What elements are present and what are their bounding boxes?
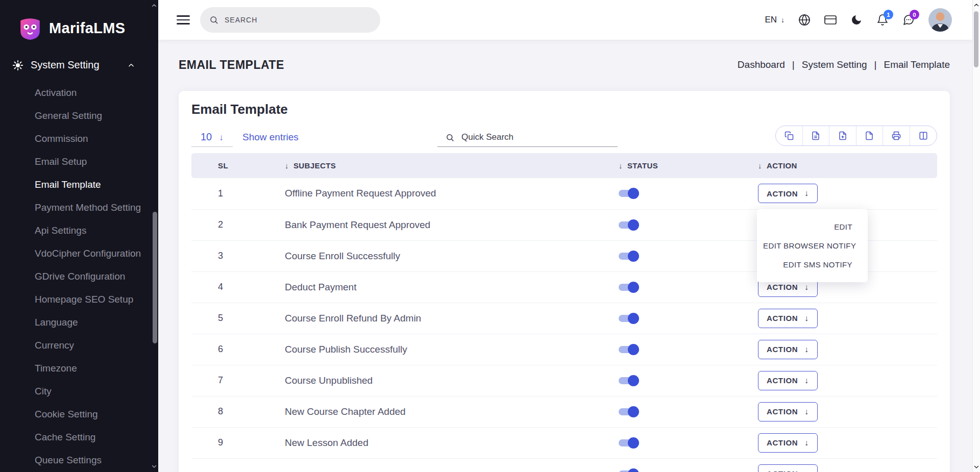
status-toggle[interactable] bbox=[619, 219, 639, 231]
column-header-status[interactable]: STATUS bbox=[616, 153, 755, 178]
action-button[interactable]: ACTION bbox=[758, 184, 818, 203]
sort-down-icon bbox=[619, 161, 627, 170]
notifications-button[interactable]: 1 bbox=[876, 14, 889, 26]
status-toggle[interactable] bbox=[619, 282, 639, 293]
status-toggle[interactable] bbox=[619, 313, 639, 324]
arrow-down-icon bbox=[804, 314, 809, 323]
excel-icon bbox=[811, 131, 820, 140]
sidebar-item-activation[interactable]: Activation bbox=[0, 81, 158, 104]
sidebar-item-cookie-setting[interactable]: Cookie Setting bbox=[0, 403, 158, 426]
breadcrumb-system-setting[interactable]: System Setting bbox=[802, 59, 867, 70]
status-toggle[interactable] bbox=[619, 468, 639, 472]
table-controls: 10 Show entries bbox=[191, 123, 937, 147]
table-row: 6Course Publish SuccessfullyACTION bbox=[191, 334, 937, 365]
brand-logo[interactable]: MarifaLMS bbox=[0, 0, 158, 52]
action-button[interactable]: ACTION bbox=[758, 371, 818, 390]
dark-mode-toggle[interactable] bbox=[850, 14, 863, 26]
sidebar-item-queue-settings[interactable]: Queue Settings bbox=[0, 449, 158, 471]
action-button[interactable]: ACTION bbox=[758, 309, 818, 328]
status-toggle[interactable] bbox=[619, 437, 639, 449]
page-scrollbar-thumb[interactable] bbox=[974, 11, 978, 67]
action-button-label: ACTION bbox=[767, 469, 798, 472]
sidebar-submenu: ActivationGeneral SettingCommissionEmail… bbox=[0, 81, 158, 471]
dropdown-item-edit-browser-notify[interactable]: EDIT BROWSER NOTIFY bbox=[757, 236, 868, 255]
sidebar-item-language[interactable]: Language bbox=[0, 311, 158, 334]
sidebar-item-vdocipher-configuration[interactable]: VdoCipher Configuration bbox=[0, 242, 158, 265]
excel-export-button[interactable] bbox=[803, 126, 830, 145]
global-search[interactable] bbox=[200, 7, 380, 33]
sidebar-item-payment-method-setting[interactable]: Payment Method Setting bbox=[0, 196, 158, 219]
cell-sl: 5 bbox=[191, 303, 282, 334]
sidebar-item-commission[interactable]: Commission bbox=[0, 127, 158, 150]
csv-export-button[interactable] bbox=[829, 126, 856, 145]
status-toggle[interactable] bbox=[619, 375, 639, 386]
menu-toggle-button[interactable] bbox=[177, 15, 190, 24]
scroll-down-icon[interactable] bbox=[973, 464, 979, 470]
sidebar-item-gdrive-configuration[interactable]: GDrive Configuration bbox=[0, 265, 158, 288]
cell-status bbox=[616, 365, 755, 396]
cell-status bbox=[616, 427, 755, 458]
sidebar-item-currency[interactable]: Currency bbox=[0, 334, 158, 357]
sidebar-scrollbar-thumb[interactable] bbox=[153, 212, 157, 343]
copy-icon bbox=[785, 131, 794, 140]
email-template-table-wrap: SLSUBJECTSSTATUSACTION 1Offline Payment … bbox=[191, 153, 937, 472]
sidebar-item-general-setting[interactable]: General Setting bbox=[0, 104, 158, 127]
action-button[interactable]: ACTION bbox=[758, 433, 818, 453]
sidebar: MarifaLMS System Setting ActivationGener… bbox=[0, 0, 158, 472]
status-toggle[interactable] bbox=[619, 188, 639, 199]
sidebar-scrollbar[interactable] bbox=[151, 0, 158, 472]
sidebar-section-system-setting[interactable]: System Setting bbox=[0, 52, 158, 78]
breadcrumb-dashboard[interactable]: Dashboard bbox=[738, 59, 785, 70]
breadcrumb-separator: | bbox=[874, 59, 877, 70]
user-avatar[interactable] bbox=[928, 8, 952, 32]
topbar-actions: EN bbox=[765, 8, 952, 32]
hamburger-icon bbox=[177, 15, 190, 17]
language-selector[interactable]: EN bbox=[765, 15, 785, 25]
dropdown-item-edit[interactable]: EDIT bbox=[757, 217, 868, 236]
messages-button[interactable]: 0 bbox=[902, 14, 915, 26]
column-header-action[interactable]: ACTION bbox=[755, 153, 937, 178]
wallet-button[interactable] bbox=[824, 14, 837, 26]
column-label: ACTION bbox=[767, 161, 797, 170]
toggle-thumb bbox=[628, 188, 639, 199]
page-scrollbar[interactable] bbox=[972, 0, 980, 472]
quick-search-input[interactable] bbox=[461, 132, 618, 142]
chevron-down-icon bbox=[781, 15, 785, 25]
scroll-up-icon[interactable] bbox=[973, 2, 979, 8]
columns-export-button[interactable] bbox=[910, 126, 937, 145]
pdf-export-button[interactable] bbox=[856, 126, 884, 145]
toggle-thumb bbox=[628, 375, 639, 386]
per-page-select[interactable]: 10 bbox=[191, 131, 233, 147]
sidebar-item-city[interactable]: City bbox=[0, 380, 158, 403]
sidebar-item-api-settings[interactable]: Api Settings bbox=[0, 219, 158, 242]
cell-subject: Course Enroll Successfully bbox=[282, 240, 616, 271]
action-button[interactable]: ACTION bbox=[758, 402, 818, 421]
scroll-down-icon[interactable] bbox=[151, 463, 157, 469]
column-header-subjects[interactable]: SUBJECTS bbox=[282, 153, 616, 178]
sidebar-item-email-setup[interactable]: Email Setup bbox=[0, 150, 158, 173]
sidebar-item-timezone[interactable]: Timezone bbox=[0, 357, 158, 380]
status-toggle[interactable] bbox=[619, 344, 639, 355]
cell-action: ACTION bbox=[755, 334, 937, 365]
action-button[interactable]: ACTION bbox=[758, 340, 818, 359]
sidebar-item-cache-setting[interactable]: Cache Setting bbox=[0, 426, 158, 449]
status-toggle[interactable] bbox=[619, 406, 639, 417]
print-export-button[interactable] bbox=[883, 126, 910, 145]
status-toggle[interactable] bbox=[619, 251, 639, 262]
cell-action: ACTION bbox=[755, 365, 937, 396]
sidebar-item-homepage-seo-setup[interactable]: Homepage SEO Setup bbox=[0, 288, 158, 311]
global-search-input[interactable] bbox=[225, 16, 371, 24]
dropdown-item-edit-sms-notify[interactable]: EDIT SMS NOTIFY bbox=[757, 255, 868, 274]
quick-search[interactable] bbox=[437, 132, 618, 147]
column-label: STATUS bbox=[627, 161, 658, 170]
sidebar-item-email-template[interactable]: Email Template bbox=[0, 173, 158, 196]
action-button[interactable]: ACTION bbox=[758, 464, 818, 472]
cell-status bbox=[616, 458, 755, 472]
export-buttons bbox=[775, 126, 937, 146]
table-row: 1Offline Payment Request ApprovedACTION bbox=[191, 178, 937, 209]
scroll-up-icon[interactable] bbox=[151, 3, 157, 9]
copy-export-button[interactable] bbox=[776, 126, 803, 145]
globe-button[interactable] bbox=[798, 14, 811, 26]
app-root: MarifaLMS System Setting ActivationGener… bbox=[0, 0, 980, 472]
cell-subject: Bank Payment Request Approved bbox=[282, 209, 616, 240]
